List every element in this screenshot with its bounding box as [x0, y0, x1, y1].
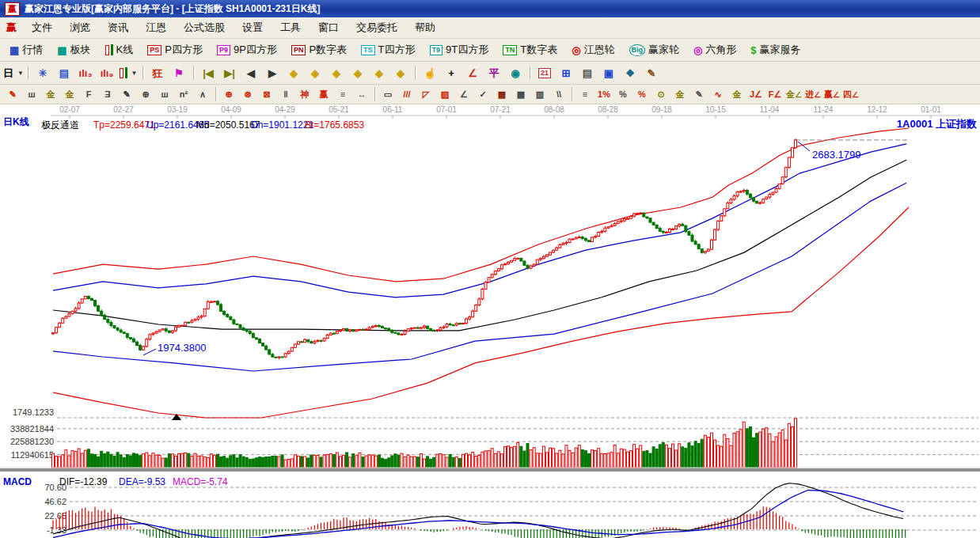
fan-lines-button[interactable]: ///	[397, 85, 416, 103]
volume-bar	[149, 456, 151, 468]
step-back-button[interactable]: ◀	[241, 63, 261, 83]
menu-item-5[interactable]: 设置	[234, 18, 272, 37]
calculator-button[interactable]: ⊞	[556, 63, 576, 83]
notepad-button[interactable]: ▤	[577, 63, 598, 83]
grid-box-button[interactable]: ▦	[511, 85, 530, 103]
board-list-button[interactable]: ▤	[54, 63, 74, 83]
gold-angle-button[interactable]: 金∠	[784, 85, 803, 103]
assistant-button[interactable]: ✎	[641, 63, 662, 83]
f-angle-button[interactable]: F∠	[765, 85, 784, 103]
expand-h-diamond-button[interactable]: ◈	[326, 63, 347, 83]
quotes-button[interactable]: ▦行情	[3, 40, 49, 59]
jin-angle-button[interactable]: 进∠	[803, 85, 822, 103]
grid-dense-button[interactable]: ▦	[492, 85, 511, 103]
goto-first-button[interactable]: |◀	[198, 63, 218, 83]
9t-square-button[interactable]: T99T四方形	[424, 40, 496, 59]
winner-service-button[interactable]: $赢家服务	[744, 40, 807, 59]
menu-item-8[interactable]: 交易委托	[348, 18, 406, 37]
gold-trend-button[interactable]: 金	[727, 85, 746, 103]
web-fan-button[interactable]: ▨	[435, 85, 454, 103]
menu-item-9[interactable]: 帮助	[406, 18, 444, 37]
mini-chart-9-button[interactable]: ılı₉	[97, 63, 117, 83]
candle-style-selector-button[interactable]: ▼	[118, 63, 139, 83]
si-angle-button[interactable]: 四∠	[841, 85, 860, 103]
crosshair-button[interactable]: +	[441, 63, 462, 83]
kline-button[interactable]: K线	[99, 40, 140, 59]
sectors-button[interactable]: ▩板块	[51, 40, 97, 59]
menu-item-7[interactable]: 窗口	[310, 18, 348, 37]
ying-angle-button[interactable]: 赢∠	[822, 85, 841, 103]
step-forward-button[interactable]: ▶	[262, 63, 283, 83]
t-number-table-button[interactable]: TNT数字表	[496, 40, 564, 59]
spiral-tool-button[interactable]: ◉	[505, 63, 526, 83]
wave-tool-button[interactable]: ∿	[708, 85, 727, 103]
menu-item-3[interactable]: 江恩	[137, 18, 175, 37]
diag-lines-button[interactable]: \\	[549, 85, 568, 103]
comb-grid-button[interactable]: ш	[22, 85, 41, 103]
menu-item-2[interactable]: 资讯	[99, 18, 137, 37]
winner-wheel-button[interactable]: Big赢家轮	[623, 40, 686, 59]
p-number-table-button[interactable]: PNP数字表	[285, 40, 353, 59]
p-square-button[interactable]: PSP四方形	[141, 40, 209, 59]
period-day-selector-button[interactable]: 日▼	[3, 63, 24, 83]
gold-comb-1-button[interactable]: 金	[41, 85, 60, 103]
gold-line-button[interactable]: 金	[670, 85, 689, 103]
ping-tool-button[interactable]: 平	[484, 63, 504, 83]
e-comb-button[interactable]: Ǝ	[98, 85, 117, 103]
mini-chart-3-button[interactable]: ılı₃	[75, 63, 96, 83]
price-levels-button[interactable]: ≡	[575, 85, 594, 103]
pencil-bars-button[interactable]: ✎	[689, 85, 708, 103]
volume-bar	[678, 444, 681, 468]
corner-fan-button[interactable]: ◸	[416, 85, 435, 103]
shen-grid-button[interactable]: 神	[295, 85, 314, 103]
calendar-button[interactable]: 21	[534, 63, 555, 83]
rect-tool-button[interactable]: ▭	[378, 85, 397, 103]
compress-all-diamond-button[interactable]: ◈	[390, 63, 411, 83]
kuang-pattern-button[interactable]: 狂	[147, 63, 168, 83]
compress-h-diamond-button[interactable]: ◈	[348, 63, 368, 83]
hexagon-button[interactable]: ◎六角形	[687, 40, 743, 59]
menu-item-6[interactable]: 工具	[272, 18, 310, 37]
width-measure-button[interactable]: ↔	[352, 85, 371, 103]
n-squared-button[interactable]: n²	[174, 85, 193, 103]
price-chart-svg[interactable]: 02-0702-2703-1904-0904-2905-2106-1107-01…	[0, 104, 980, 538]
j-angle-button[interactable]: J∠	[746, 85, 765, 103]
time-circle-button[interactable]: ⊕	[136, 85, 155, 103]
network-button[interactable]: ❖	[620, 63, 640, 83]
compass-web-button[interactable]: ⊛	[238, 85, 257, 103]
menu-item-4[interactable]: 公式选股	[175, 18, 234, 37]
shift-right-diamond-button[interactable]: ◈	[305, 63, 325, 83]
compass-cross-button[interactable]: ⊕	[219, 85, 238, 103]
goto-last-button[interactable]: ▶|	[219, 63, 240, 83]
comb-grid-2-button[interactable]: ш	[155, 85, 174, 103]
title-bar[interactable]: 赢 赢家江恩专业版[赢家内部服务平台] - [上证指数 SH1A0001-231…	[0, 0, 980, 17]
angle-measure-button[interactable]: ∠	[462, 63, 483, 83]
gold-comb-2-button[interactable]: 金	[60, 85, 79, 103]
shift-left-diamond-button[interactable]: ◈	[283, 63, 304, 83]
angle-fan-button[interactable]: ∠	[454, 85, 473, 103]
color-flag-button[interactable]: ⚑	[169, 63, 189, 83]
gann-web-button[interactable]: ✳	[32, 63, 53, 83]
percent-line-button[interactable]: %	[632, 85, 651, 103]
check-lines-button[interactable]: ✓	[473, 85, 492, 103]
ying-grid-button[interactable]: 赢	[314, 85, 333, 103]
gold-circle-button[interactable]: ⊙	[651, 85, 670, 103]
percent-button[interactable]: %	[613, 85, 632, 103]
hand-drag-button[interactable]: ☝	[420, 63, 440, 83]
9p-square-button[interactable]: P99P四方形	[211, 40, 283, 59]
f-comb-button[interactable]: F	[79, 85, 98, 103]
menu-item-1[interactable]: 浏览	[61, 18, 99, 37]
draw-pencil-2-button[interactable]: ✎	[117, 85, 136, 103]
gann-wheel-button[interactable]: ◎江恩轮	[565, 40, 621, 59]
double-line-button[interactable]: ‖	[276, 85, 295, 103]
menu-item-0[interactable]: 文件	[23, 18, 61, 37]
web-square-button[interactable]: ⊠	[257, 85, 276, 103]
one-percent-button[interactable]: 1%	[594, 85, 613, 103]
grid-cols-button[interactable]: ▥	[530, 85, 549, 103]
draw-pencil-button[interactable]: ✎	[3, 85, 22, 103]
ruler-123-button[interactable]: ≡	[333, 85, 352, 103]
t-square-button[interactable]: TST四方形	[355, 40, 421, 59]
expand-all-diamond-button[interactable]: ◈	[369, 63, 389, 83]
mirror-angle-button[interactable]: ∧	[193, 85, 212, 103]
save-button[interactable]: ▣	[598, 63, 619, 83]
